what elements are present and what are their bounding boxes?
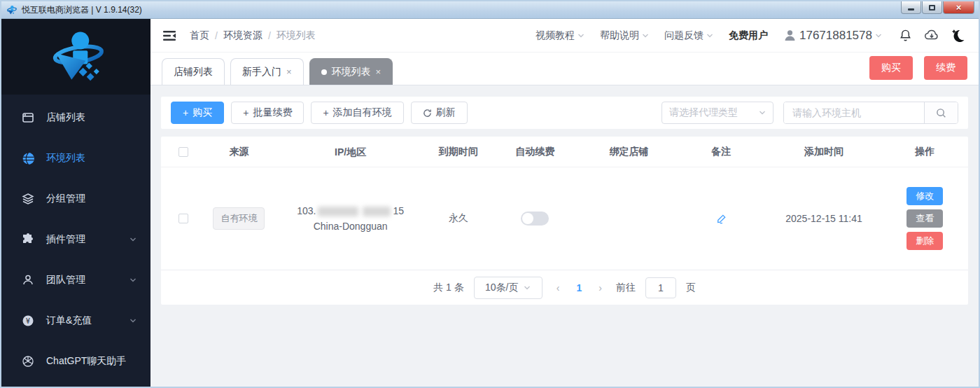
- chevron-down-icon: [130, 236, 136, 243]
- sidebar: 店铺列表 环境列表 分组管理: [1, 19, 150, 387]
- select-all-checkbox[interactable]: [178, 147, 188, 157]
- user-icon: [783, 29, 797, 42]
- add-own-env-button[interactable]: + 添加自有环境: [311, 102, 403, 124]
- total-count: 共 1 条: [433, 282, 464, 294]
- edit-remark-icon[interactable]: [716, 214, 727, 224]
- col-bound-shop: 绑定店铺: [573, 146, 685, 158]
- col-added-time: 添加时间: [758, 146, 890, 158]
- svg-text:¥: ¥: [26, 317, 30, 325]
- button-label: 刷新: [436, 106, 456, 119]
- view-button[interactable]: 查看: [906, 209, 943, 228]
- puzzle-icon: [21, 233, 35, 247]
- renew-button[interactable]: 续费: [924, 56, 967, 80]
- app-window: 悦互联电商浏览器 | V 1.9.14(32) ×: [0, 0, 980, 388]
- modify-button[interactable]: 修改: [906, 187, 943, 205]
- menu-feedback[interactable]: 问题反馈: [664, 29, 713, 42]
- plus-icon: +: [323, 107, 328, 118]
- table-header-row: 来源 IP/地区 到期时间 自动续费 绑定店铺 备注 添加时间 操作: [161, 137, 968, 167]
- breadcrumb-env-resources[interactable]: 环境资源: [223, 29, 262, 42]
- shop-window-icon: [21, 111, 35, 125]
- maximize-button[interactable]: [922, 1, 942, 14]
- ip-region-cell: 103.15 China-Dongguan: [281, 203, 420, 234]
- sidebar-item-group-mgmt[interactable]: 分组管理: [1, 179, 150, 219]
- sidebar-menu: 店铺列表 环境列表 分组管理: [1, 95, 150, 382]
- page-size-value: 10条/页: [485, 282, 518, 294]
- account-number: 17671881578: [799, 29, 872, 43]
- sidebar-item-team-mgmt[interactable]: 团队管理: [1, 260, 150, 300]
- app-logo-icon: [6, 4, 18, 16]
- tab-close-icon[interactable]: ×: [376, 67, 382, 76]
- chevron-down-icon: [759, 109, 766, 116]
- ip-prefix: 103.: [297, 205, 316, 216]
- breadcrumb: 首页 / 环境资源 / 环境列表: [190, 29, 316, 42]
- goto-page-input[interactable]: [645, 277, 676, 298]
- added-time-cell: 2025-12-15 11:41: [758, 213, 890, 224]
- breadcrumb-separator: /: [268, 30, 271, 41]
- page-size-select[interactable]: 10条/页: [474, 277, 542, 299]
- team-icon: [21, 273, 35, 287]
- close-button[interactable]: ×: [943, 1, 974, 14]
- row-checkbox[interactable]: [178, 214, 188, 223]
- sidebar-item-shop-list[interactable]: 店铺列表: [1, 97, 150, 138]
- content-area: + 购买 + 批量续费 + 添加自有环境 刷新: [150, 85, 979, 387]
- menu-video-tutorial[interactable]: 视频教程: [536, 29, 584, 42]
- sidebar-item-label: 分组管理: [46, 193, 85, 205]
- sidebar-item-chatgpt[interactable]: ChatGPT聊天助手: [1, 341, 150, 382]
- sidebar-fold-icon[interactable]: [163, 30, 177, 41]
- button-label: 购买: [192, 106, 212, 119]
- buy-button[interactable]: 购买: [869, 56, 913, 80]
- col-ip-region: IP/地区: [281, 144, 420, 160]
- window-title: 悦互联电商浏览器 | V 1.9.14(32): [22, 4, 142, 16]
- menu-label: 帮助说明: [600, 29, 639, 42]
- select-placeholder: 请选择代理类型: [669, 106, 738, 119]
- breadcrumb-home[interactable]: 首页: [190, 29, 209, 42]
- proxy-type-select[interactable]: 请选择代理类型: [662, 102, 774, 124]
- dark-mode-moon-icon[interactable]: [951, 28, 966, 43]
- tab-beginner-guide[interactable]: 新手入门 ×: [230, 58, 304, 85]
- os-titlebar[interactable]: 悦互联电商浏览器 | V 1.9.14(32) ×: [1, 1, 979, 19]
- sidebar-item-plugin-mgmt[interactable]: 插件管理: [1, 219, 150, 260]
- tab-label: 新手入门: [242, 66, 281, 78]
- chevron-down-icon: [130, 317, 136, 324]
- env-table-panel: 来源 IP/地区 到期时间 自动续费 绑定店铺 备注 添加时间 操作 自有环境: [161, 137, 968, 305]
- notifications-bell-icon[interactable]: [897, 28, 913, 43]
- refresh-icon: [423, 109, 432, 118]
- toolbar-panel: + 购买 + 批量续费 + 添加自有环境 刷新: [161, 97, 968, 129]
- search-button[interactable]: [924, 102, 958, 123]
- next-page-button[interactable]: ›: [594, 282, 606, 293]
- cloud-download-icon[interactable]: [924, 28, 939, 43]
- chatgpt-icon: [21, 354, 35, 368]
- prev-page-button[interactable]: ‹: [552, 282, 564, 293]
- ip-blur-redaction: [318, 207, 358, 216]
- col-actions: 操作: [890, 146, 960, 158]
- brand-logo-icon: [43, 23, 110, 90]
- user-account-menu[interactable]: 17671881578: [783, 29, 882, 43]
- toggle-knob: [522, 213, 533, 224]
- tab-env-list[interactable]: 环境列表 ×: [309, 58, 393, 85]
- sidebar-item-orders-recharge[interactable]: ¥ 订单&充值: [1, 300, 150, 341]
- menu-label: 视频教程: [536, 29, 575, 42]
- sidebar-item-label: 插件管理: [46, 233, 85, 246]
- tab-shop-list[interactable]: 店铺列表: [162, 58, 225, 85]
- batch-renew-button[interactable]: + 批量续费: [231, 102, 304, 124]
- page-number-current[interactable]: 1: [573, 282, 584, 293]
- pagination-bar: 共 1 条 10条/页 ‹ 1 › 前往 页: [161, 270, 968, 305]
- refresh-button[interactable]: 刷新: [411, 102, 468, 124]
- chevron-down-icon: [875, 32, 882, 39]
- sidebar-item-env-list[interactable]: 环境列表: [1, 138, 150, 179]
- breadcrumb-separator: /: [215, 30, 218, 41]
- tab-strip: 店铺列表 新手入门 × 环境列表 × 购买 续费: [150, 53, 979, 85]
- host-search-input[interactable]: [784, 102, 924, 123]
- menu-help[interactable]: 帮助说明: [600, 29, 649, 42]
- auto-renew-toggle[interactable]: [521, 212, 549, 226]
- buy-env-button[interactable]: + 购买: [171, 102, 224, 124]
- minimize-icon: [908, 8, 914, 11]
- goto-label: 前往: [616, 282, 636, 294]
- chevron-down-icon: [578, 32, 584, 39]
- delete-button[interactable]: 删除: [906, 232, 943, 250]
- minimize-button[interactable]: [901, 1, 921, 14]
- sidebar-item-label: 店铺列表: [46, 111, 85, 124]
- plus-icon: +: [183, 107, 188, 118]
- sidebar-item-label: 订单&充值: [46, 314, 92, 327]
- tab-close-icon[interactable]: ×: [286, 67, 292, 76]
